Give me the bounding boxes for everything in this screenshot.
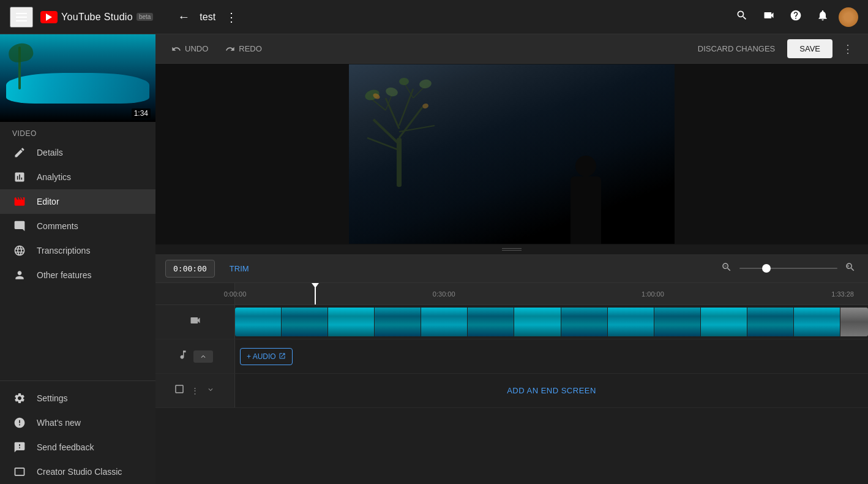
track-seg-1 [235,308,281,336]
comments-icon [12,220,27,232]
track-seg-3 [328,308,374,336]
track-seg-10 [654,308,700,336]
toolbar-right: DISCARD CHANGES SAVE ⋮ [690,39,858,58]
track-seg-6 [468,308,514,336]
end-screen-track-row: ⋮ ADD AN END SCREEN [155,374,868,408]
video-thumbnail[interactable]: 1:34 [0,34,155,122]
youtube-logo [40,11,58,23]
video-track-controls [155,305,235,339]
sidebar-item-editor[interactable]: Editor [0,189,155,214]
video-track-content[interactable] [235,305,868,339]
analytics-icon [12,171,27,183]
sidebar-item-send-feedback[interactable]: Send feedback [0,435,155,459]
track-seg-8 [561,308,607,336]
zoom-slider[interactable] [739,268,837,269]
other-features-icon [12,269,27,281]
end-screen-icon [174,384,185,398]
track-seg-11 [701,308,747,336]
sidebar-item-creator-studio[interactable]: Creator Studio Classic [0,459,155,484]
save-button[interactable]: SAVE [787,39,832,58]
hamburger-menu[interactable] [10,7,33,28]
sidebar-item-comments[interactable]: Comments [0,214,155,238]
track-seg-4 [375,308,421,336]
ruler-mark-60: 1:00:00 [642,290,664,298]
svg-point-12 [385,86,399,98]
timeline-tracks: + AUDIO ⋮ [155,305,868,484]
whats-new-label: What's new [37,418,81,428]
audio-track-icon [178,349,189,363]
audio-expand-btn[interactable] [193,350,213,363]
transcriptions-icon [12,244,27,257]
editor-icon [12,195,27,208]
playhead[interactable] [315,283,316,304]
create-button[interactable] [758,4,780,29]
trim-button[interactable]: TRIM [225,260,254,277]
nav-right [731,4,858,29]
thumbnail-duration: 1:34 [132,108,151,118]
add-end-screen-button[interactable]: ADD AN END SCREEN [507,386,596,395]
zoom-in-icon[interactable] [842,259,858,278]
svg-line-4 [399,126,435,132]
video-track-icon [189,314,201,330]
ruler-mark-30: 0:30:00 [433,290,455,298]
nav-center: ← test ⋮ [163,5,721,29]
notifications-button[interactable] [812,4,834,29]
svg-rect-0 [397,138,402,187]
nav-left: YouTube Studio beta [10,7,153,28]
sidebar-item-transcriptions[interactable]: Transcriptions [0,238,155,263]
end-screen-track-controls: ⋮ [155,374,235,407]
add-audio-button[interactable]: + AUDIO [240,348,293,365]
track-seg-9 [608,308,654,336]
sidebar-item-whats-new[interactable]: What's new [0,410,155,435]
audio-track-row: + AUDIO [155,339,868,374]
sidebar-item-analytics[interactable]: Analytics [0,165,155,189]
whats-new-icon [12,417,27,429]
drag-handle[interactable] [155,244,868,254]
main-layout: 1:34 Video Details Analytics Editor [0,34,868,484]
editor-more-options[interactable]: ⋮ [837,40,858,58]
ruler-track: 0:00:00 0:30:00 1:00:00 1:33:28 [235,283,868,304]
resize-handle [502,248,522,251]
sidebar-item-settings[interactable]: Settings [0,386,155,410]
ruler-mark-end: 1:33:28 [831,290,854,298]
time-display[interactable]: 0:00:00 [165,260,215,278]
editor-toolbar: UNDO REDO DISCARD CHANGES SAVE ⋮ [155,34,868,64]
ruler-mark-0: 0:00:00 [224,290,247,298]
end-screen-more[interactable]: ⋮ [190,385,200,396]
sidebar-bottom: Settings What's new Send feedback Creato… [0,380,155,484]
end-screen-content: ADD AN END SCREEN [235,374,868,407]
external-link-icon [279,352,286,361]
video-more-options[interactable]: ⋮ [220,7,242,27]
preview-frame [349,64,675,244]
video-track-row [155,305,868,339]
track-seg-end [840,308,868,336]
sidebar-section-video: Video [0,122,155,140]
sidebar: 1:34 Video Details Analytics Editor [0,34,155,484]
discard-changes-button[interactable]: DISCARD CHANGES [690,39,782,58]
video-title: test [200,12,215,23]
end-screen-collapse[interactable] [205,384,216,397]
track-seg-7 [514,308,560,336]
zoom-out-icon[interactable] [719,259,735,278]
comments-label: Comments [37,221,78,231]
track-seg-12 [747,308,793,336]
sidebar-item-details[interactable]: Details [0,140,155,165]
send-feedback-label: Send feedback [37,442,94,452]
back-button[interactable]: ← [173,5,195,29]
details-label: Details [37,148,63,157]
undo-button[interactable]: UNDO [165,40,214,58]
timeline-ruler: 0:00:00 0:30:00 1:00:00 1:33:28 [155,283,868,305]
avatar[interactable] [839,7,858,27]
timeline-area: 0:00:00 TRIM 0:00:00 0:30:00 [155,254,868,484]
svg-line-2 [399,107,422,138]
sidebar-item-other-features[interactable]: Other features [0,263,155,287]
creator-studio-label: Creator Studio Classic [37,467,122,477]
logo-area: YouTube Studio beta [40,11,153,23]
svg-line-5 [386,98,399,129]
help-button[interactable] [785,4,807,29]
redo-button[interactable]: REDO [219,40,268,58]
settings-icon [12,392,27,404]
search-button[interactable] [731,4,753,29]
track-seg-13 [794,308,840,336]
creator-studio-icon [12,466,27,478]
